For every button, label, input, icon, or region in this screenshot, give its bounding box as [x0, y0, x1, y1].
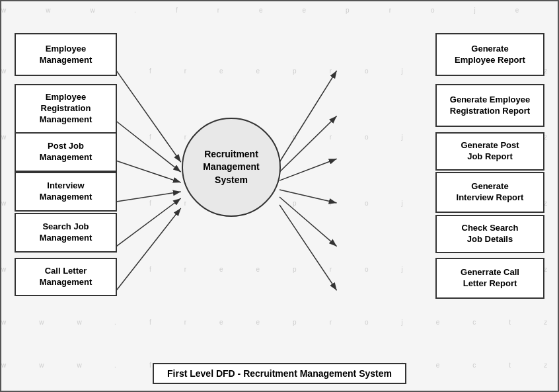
- box-search-job: Search JobManagement: [15, 213, 117, 253]
- box-employee-management: EmployeeManagement: [15, 33, 117, 76]
- box-gen-employee-report: GenerateEmployee Report: [435, 33, 544, 76]
- svg-line-3: [116, 161, 181, 182]
- box-employee-registration: EmployeeRegistrationManagement: [15, 84, 117, 134]
- svg-line-4: [116, 192, 181, 202]
- box-gen-interview-report: GenerateInterview Report: [435, 172, 544, 213]
- svg-line-1: [116, 71, 181, 162]
- svg-line-6: [116, 208, 181, 290]
- box-call-letter: Call LetterManagement: [15, 258, 117, 296]
- box-gen-call-letter-report: Generrate CallLetter Report: [435, 258, 544, 299]
- watermark-top: www.freeprojectz.com www.freeprojectz.co…: [1, 7, 558, 14]
- box-check-search-job: Check SearchJob Details: [435, 215, 544, 253]
- svg-line-11: [280, 197, 337, 247]
- svg-line-9: [280, 159, 337, 180]
- footer-label: First Level DFD - Recruitment Management…: [153, 363, 406, 384]
- svg-line-12: [280, 205, 337, 290]
- svg-line-2: [116, 122, 181, 173]
- svg-line-8: [280, 116, 337, 173]
- center-circle: RecruitmentManagementSystem: [182, 118, 281, 217]
- box-gen-employee-reg-report: Generate EmployeeRegistration Report: [435, 84, 544, 127]
- box-post-job: Post JobManagement: [15, 132, 117, 172]
- watermark-6: www.freeprojectz.com www.freeprojectz.co…: [1, 319, 558, 326]
- svg-line-10: [280, 190, 337, 203]
- box-interview-management: InterviewManagement: [15, 172, 117, 212]
- svg-line-5: [116, 198, 181, 247]
- box-gen-post-job-report: Generate PostJob Report: [435, 132, 544, 171]
- main-container: www.freeprojectz.com www.freeprojectz.co…: [0, 0, 559, 392]
- svg-line-7: [280, 71, 337, 162]
